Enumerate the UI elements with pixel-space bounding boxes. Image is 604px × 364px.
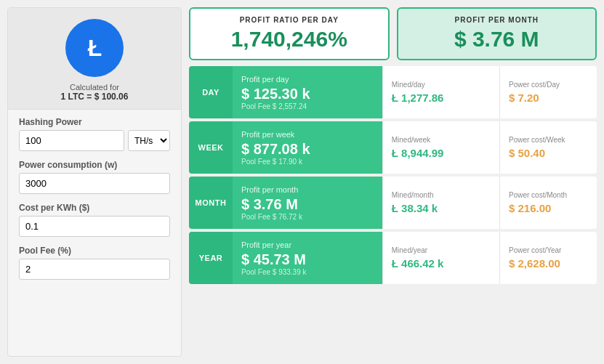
ratio-value: 1,740,246% (201, 27, 377, 52)
mined-value: Ł 38.34 k (392, 202, 438, 214)
pool-input[interactable] (19, 259, 170, 280)
power-input[interactable] (19, 173, 170, 194)
row-power: Power cost/Week $ 50.40 (499, 121, 597, 174)
row-profit: Profit per week $ 877.08 k Pool Fee $ 17… (233, 121, 382, 174)
profit-value: $ 125.30 k (241, 85, 374, 102)
mined-label: Mined/year (392, 246, 427, 254)
power-cost-label: Power cost/Month (509, 191, 567, 199)
main-container: Ł Calculated for 1 LTC = $ 100.06 Hashin… (0, 0, 604, 364)
mined-label: Mined/day (392, 81, 425, 89)
data-row: Week Profit per week $ 877.08 k Pool Fee… (189, 121, 597, 174)
pool-group: Pool Fee (%) (19, 246, 170, 280)
data-row: Day Profit per day $ 125.30 k Pool Fee $… (189, 66, 597, 118)
month-value: $ 3.76 M (409, 27, 585, 52)
calc-for-label: Calculated for 1 LTC = $ 100.06 (61, 83, 129, 102)
cost-input[interactable] (19, 216, 170, 237)
power-cost-value: $ 216.00 (509, 202, 551, 214)
profit-label: Profit per year (241, 240, 374, 249)
row-power: Power cost/Day $ 7.20 (499, 66, 597, 118)
ltc-logo: Ł (65, 19, 124, 77)
pool-input-row (19, 259, 170, 280)
hashing-unit-select[interactable]: TH/s GH/s MH/s KH/s (128, 130, 170, 151)
row-period-label: Year (189, 232, 233, 284)
power-cost-value: $ 2,628.00 (509, 257, 560, 270)
pool-fee: Pool Fee $ 76.72 k (241, 213, 374, 221)
cost-input-row (19, 216, 170, 237)
logo-area: Ł Calculated for 1 LTC = $ 100.06 (8, 8, 181, 110)
row-mined: Mined/month Ł 38.34 k (382, 177, 499, 229)
ltc-price: 1 LTC = $ 100.06 (61, 92, 129, 102)
row-mined: Mined/year Ł 466.42 k (382, 232, 499, 284)
power-cost-label: Power cost/Year (509, 246, 561, 254)
month-label: PROFIT PER MONTH (409, 16, 585, 24)
month-card: PROFIT PER MONTH $ 3.76 M (397, 7, 597, 60)
row-profit: Profit per year $ 45.73 M Pool Fee $ 933… (233, 232, 382, 284)
cost-group: Cost per KWh ($) (19, 203, 170, 237)
power-input-row (19, 173, 170, 194)
ratio-label: PROFIT RATIO PER DAY (201, 16, 377, 24)
hashing-input[interactable] (19, 130, 124, 151)
row-profit: Profit per day $ 125.30 k Pool Fee $ 2,5… (233, 66, 382, 118)
power-label: Power consumption (w) (19, 160, 170, 170)
left-panel: Ł Calculated for 1 LTC = $ 100.06 Hashin… (7, 7, 182, 357)
row-power: Power cost/Month $ 216.00 (499, 177, 597, 229)
right-panel: PROFIT RATIO PER DAY 1,740,246% PROFIT P… (189, 7, 597, 357)
summary-row: PROFIT RATIO PER DAY 1,740,246% PROFIT P… (189, 7, 597, 60)
profit-label: Profit per week (241, 130, 374, 139)
row-period-label: Day (189, 66, 233, 118)
profit-value: $ 3.76 M (241, 195, 374, 213)
pool-fee: Pool Fee $ 17.90 k (241, 158, 374, 166)
row-period-label: Week (189, 121, 233, 174)
power-cost-label: Power cost/Day (509, 81, 560, 89)
hashing-input-row: TH/s GH/s MH/s KH/s (19, 130, 170, 151)
form-section: Hashing Power TH/s GH/s MH/s KH/s Power … (8, 110, 181, 288)
mined-label: Mined/month (392, 191, 434, 199)
row-period-label: Month (189, 177, 233, 229)
profit-value: $ 45.73 M (241, 251, 374, 268)
hashing-label: Hashing Power (19, 117, 170, 127)
mined-value: Ł 1,277.86 (392, 92, 444, 104)
row-profit: Profit per month $ 3.76 M Pool Fee $ 76.… (233, 177, 382, 229)
mined-label: Mined/week (392, 136, 430, 144)
svg-text:Ł: Ł (87, 35, 102, 61)
row-power: Power cost/Year $ 2,628.00 (499, 232, 597, 284)
power-cost-label: Power cost/Week (509, 136, 565, 144)
profit-value: $ 877.08 k (241, 140, 374, 158)
pool-fee: Pool Fee $ 933.39 k (241, 268, 374, 276)
row-mined: Mined/week Ł 8,944.99 (382, 121, 499, 174)
hashing-group: Hashing Power TH/s GH/s MH/s KH/s (19, 117, 170, 151)
power-group: Power consumption (w) (19, 160, 170, 194)
profit-label: Profit per month (241, 185, 374, 194)
profit-label: Profit per day (241, 75, 374, 84)
power-cost-value: $ 7.20 (509, 92, 539, 104)
data-row: Month Profit per month $ 3.76 M Pool Fee… (189, 177, 597, 229)
pool-label: Pool Fee (%) (19, 246, 170, 256)
row-mined: Mined/day Ł 1,277.86 (382, 66, 499, 118)
ratio-card: PROFIT RATIO PER DAY 1,740,246% (189, 7, 390, 60)
data-row: Year Profit per year $ 45.73 M Pool Fee … (189, 232, 597, 284)
cost-label: Cost per KWh ($) (19, 203, 170, 213)
pool-fee: Pool Fee $ 2,557.24 (241, 102, 374, 110)
mined-value: Ł 466.42 k (392, 257, 444, 270)
mined-value: Ł 8,944.99 (392, 147, 444, 159)
power-cost-value: $ 50.40 (509, 147, 545, 159)
data-rows: Day Profit per day $ 125.30 k Pool Fee $… (189, 66, 597, 284)
ltc-icon: Ł (75, 28, 115, 68)
